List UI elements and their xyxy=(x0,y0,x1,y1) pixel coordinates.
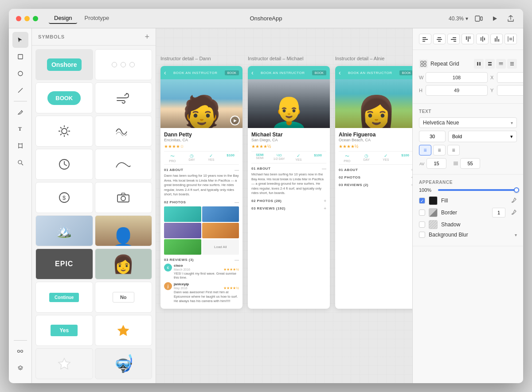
symbol-surf-icon[interactable] xyxy=(95,149,153,180)
svg-rect-45 xyxy=(468,36,469,42)
fill-eyedropper-icon[interactable] xyxy=(511,197,517,205)
svg-rect-39 xyxy=(437,39,442,40)
symbol-camera-icon[interactable] xyxy=(95,182,153,213)
symbol-yes-button[interactable]: Yes xyxy=(35,315,93,346)
symbol-person-card[interactable]: 👤 xyxy=(95,215,153,246)
tab-prototype[interactable]: Prototype xyxy=(79,13,114,24)
rg-action-4[interactable] xyxy=(507,59,517,69)
alnie-stats: 〜PRO ◷DAY ✓YES $100 xyxy=(339,151,412,165)
text-section: TEXT Helvetica Neue ▾ Bold ▾ ≡ ≡ ≡ xyxy=(413,104,523,175)
align-left-btn[interactable] xyxy=(419,34,431,44)
symbol-person-photo[interactable]: 👩 xyxy=(95,248,153,279)
artboard-dann[interactable]: ‹ BOOK AN INSTRUCTOR BOOK 🧑 ▶ Dann Petty… xyxy=(160,66,243,309)
svg-rect-62 xyxy=(488,62,492,63)
device-preview-button[interactable] xyxy=(473,13,484,24)
tool-artboard[interactable] xyxy=(12,138,28,154)
symbol-star-outline[interactable] xyxy=(35,348,93,379)
zoom-dropdown-icon[interactable]: ▾ xyxy=(466,16,468,22)
text-align-right-btn[interactable]: ≡ xyxy=(447,145,460,155)
border-value-input[interactable] xyxy=(492,208,505,217)
line-spacing-input[interactable] xyxy=(460,158,480,169)
border-checkbox[interactable] xyxy=(419,210,425,216)
text-align-left-btn[interactable]: ≡ xyxy=(419,145,431,155)
close-button[interactable] xyxy=(16,16,21,21)
opacity-value: 100% xyxy=(419,187,434,193)
text-align-row: ≡ ≡ ≡ xyxy=(419,145,517,155)
tool-select[interactable] xyxy=(12,32,28,48)
artboard-alnie[interactable]: ‹ BOOK AN INSTRUCTOR BOOK 👩 Alnie Figuer… xyxy=(335,66,412,309)
symbol-wetsuit-figure[interactable]: 🤿 xyxy=(95,348,153,379)
svg-rect-65 xyxy=(499,64,503,66)
play-preview-button[interactable] xyxy=(489,13,500,24)
font-selector[interactable]: Helvetica Neue ▾ xyxy=(419,117,517,128)
play-circle-dann[interactable]: ▶ xyxy=(230,116,240,125)
svg-rect-35 xyxy=(422,37,426,38)
load-all-btn[interactable]: Load All xyxy=(202,239,239,255)
tool-assets[interactable] xyxy=(12,343,28,359)
symbol-wind-icon[interactable] xyxy=(95,82,153,113)
tool-line[interactable] xyxy=(12,82,28,98)
symbol-photo-1[interactable]: 🏔️ xyxy=(35,215,93,246)
artboard-michael[interactable]: ‹ BOOK AN INSTRUCTOR BOOK 👨‍🦲 Michael St… xyxy=(248,66,330,309)
align-top-btn[interactable] xyxy=(462,34,474,44)
fill-checkbox[interactable]: ✓ xyxy=(419,198,425,204)
background-blur-icon[interactable]: ▾ xyxy=(515,233,517,237)
border-eyedropper-icon[interactable] xyxy=(511,209,517,217)
distribute-btn[interactable] xyxy=(505,34,517,44)
symbol-controls[interactable] xyxy=(95,49,153,80)
fill-color-swatch[interactable] xyxy=(429,196,438,205)
symbol-star-icon[interactable] xyxy=(95,315,153,346)
tool-ellipse[interactable] xyxy=(12,66,28,82)
share-button[interactable] xyxy=(505,13,516,24)
review-janiceyip: j janiceyip May 2016 ★★★★½ Dann was awes… xyxy=(164,282,239,303)
zoom-control[interactable]: 40.3% ▾ xyxy=(449,16,468,22)
card-body-alnie: Alnie Figueroa Ocean Beach, CA ★★★★½ 〜PR… xyxy=(335,128,412,192)
tab-design[interactable]: Design xyxy=(49,13,77,24)
align-middle-btn[interactable] xyxy=(476,34,489,44)
border-color-swatch[interactable] xyxy=(429,208,438,217)
repeat-grid-section: Repeat Grid xyxy=(413,50,523,104)
opacity-slider-thumb[interactable] xyxy=(514,187,519,193)
svg-rect-52 xyxy=(498,39,499,42)
h-input[interactable] xyxy=(426,85,488,96)
svg-rect-1 xyxy=(481,17,482,20)
char-spacing-input[interactable] xyxy=(426,158,446,169)
y-input[interactable] xyxy=(497,85,523,96)
symbol-continue-button[interactable]: Continue xyxy=(35,282,93,313)
tool-zoom[interactable] xyxy=(12,155,28,171)
minimize-button[interactable] xyxy=(24,16,30,21)
rg-action-1[interactable] xyxy=(474,59,484,69)
rg-action-2[interactable] xyxy=(485,59,495,69)
fullscreen-button[interactable] xyxy=(33,16,38,21)
font-weight-selector[interactable]: Bold ▾ xyxy=(448,131,517,142)
align-right-btn[interactable] xyxy=(447,34,460,44)
tool-text[interactable]: T xyxy=(12,121,28,137)
canvas-area[interactable]: Instructor detail – Dann Instructor deta… xyxy=(156,28,412,383)
shadow-checkbox[interactable] xyxy=(419,221,425,228)
tool-rectangle[interactable] xyxy=(12,49,28,65)
shadow-label: Shadow xyxy=(441,221,517,228)
tools-bottom xyxy=(12,338,28,380)
background-blur-checkbox[interactable] xyxy=(419,232,425,238)
symbol-sun-icon[interactable] xyxy=(35,116,93,147)
x-input[interactable] xyxy=(497,72,523,83)
symbol-dollar-icon[interactable]: $ xyxy=(35,182,93,213)
w-input[interactable] xyxy=(426,72,488,83)
rg-action-3[interactable] xyxy=(496,59,506,69)
shadow-color-swatch xyxy=(429,220,438,229)
font-size-input[interactable] xyxy=(419,131,446,142)
symbols-add-button[interactable]: + xyxy=(145,33,149,41)
tool-layers[interactable] xyxy=(12,360,28,376)
symbol-logo[interactable]: Onshore xyxy=(35,49,93,80)
symbol-wave-icon[interactable] xyxy=(95,116,153,147)
opacity-slider-track[interactable] xyxy=(438,189,517,191)
align-bottom-btn[interactable] xyxy=(490,34,503,44)
symbol-clock-icon[interactable] xyxy=(35,149,93,180)
text-section-label: TEXT xyxy=(419,109,517,114)
tool-pen[interactable] xyxy=(12,104,28,120)
symbol-book-button[interactable]: BOOK xyxy=(35,82,93,113)
text-align-center-btn[interactable]: ≡ xyxy=(433,145,446,155)
symbol-no-button[interactable]: No xyxy=(95,282,153,313)
align-center-h-btn[interactable] xyxy=(433,34,446,44)
symbol-epic-card[interactable]: EPIC xyxy=(35,248,93,279)
